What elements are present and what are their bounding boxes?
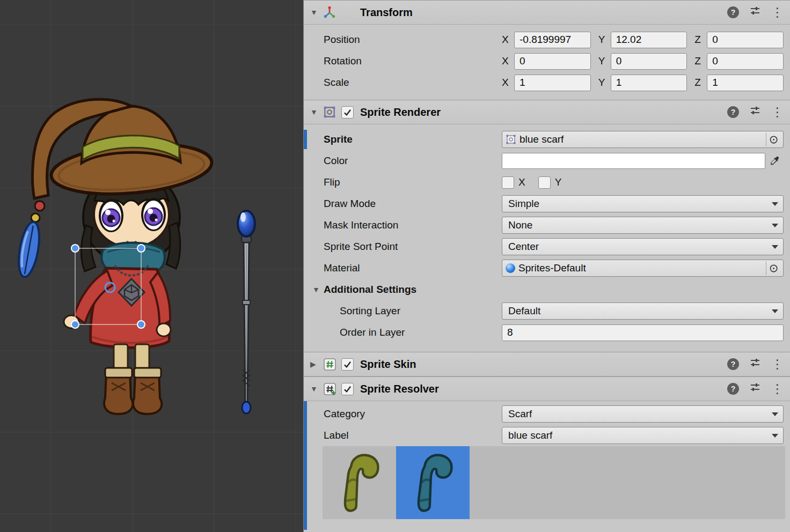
transform-body: Position X-0.8199997 Y12.02 Z0 Rotation … bbox=[304, 25, 790, 100]
preset-icon[interactable] bbox=[750, 6, 760, 19]
scale-y-field[interactable]: 1 bbox=[611, 75, 687, 91]
axis-x-label: X bbox=[502, 55, 514, 67]
object-picker-icon[interactable]: ⊙ bbox=[766, 261, 781, 275]
scale-row: Scale X1 Y1 Z1 bbox=[304, 72, 790, 93]
order-in-layer-field[interactable]: 8 bbox=[502, 324, 784, 341]
selection-handle-top-right[interactable] bbox=[137, 245, 145, 252]
sprite-skin-header[interactable]: ▶ Sprite Skin ? ⋮ bbox=[304, 352, 790, 376]
position-y-field[interactable]: 12.02 bbox=[611, 32, 687, 48]
foldout-open-icon[interactable]: ▼ bbox=[310, 8, 322, 17]
green-scarf-thumbnail bbox=[331, 449, 388, 516]
material-label: Material bbox=[324, 262, 502, 274]
kebab-menu-icon[interactable]: ⋮ bbox=[771, 6, 782, 19]
transform-header[interactable]: ▼ Transform ? ⋮ bbox=[304, 0, 790, 25]
dropdown-value: None bbox=[508, 219, 532, 231]
foldout-open-icon[interactable]: ▼ bbox=[310, 108, 322, 116]
additional-settings-row[interactable]: ▼ Additional Settings bbox=[304, 279, 790, 300]
flip-x-checkbox[interactable] bbox=[502, 176, 514, 189]
material-icon bbox=[506, 263, 515, 273]
sprite-renderer-header[interactable]: ▼ Sprite Renderer ? ⋮ bbox=[304, 100, 790, 124]
character-sprite[interactable] bbox=[15, 99, 214, 414]
position-label: Position bbox=[324, 34, 502, 46]
sprite-object-field[interactable]: blue scarf ⊙ bbox=[502, 131, 784, 148]
foldout-open-icon[interactable]: ▼ bbox=[312, 285, 324, 294]
unity-editor: ▼ Transform ? ⋮ Position bbox=[0, 0, 790, 532]
sprite-resolver-body: Category Scarf Label blue scarf bbox=[304, 401, 790, 519]
sprite-renderer-body: Sprite blue scarf ⊙ bbox=[304, 124, 790, 352]
object-picker-icon[interactable]: ⊙ bbox=[766, 132, 781, 146]
dropdown-arrow-icon bbox=[772, 245, 778, 252]
selection-handle-bottom-left[interactable] bbox=[71, 321, 79, 328]
preset-icon[interactable] bbox=[750, 358, 760, 371]
flip-label: Flip bbox=[324, 176, 502, 188]
foldout-closed-icon[interactable]: ▶ bbox=[310, 360, 322, 368]
help-icon[interactable]: ? bbox=[727, 358, 739, 370]
material-value: Sprites-Default bbox=[515, 262, 766, 274]
dropdown-arrow-icon bbox=[772, 309, 778, 316]
mask-interaction-label: Mask Interaction bbox=[324, 219, 502, 231]
category-dropdown[interactable]: Scarf bbox=[502, 405, 784, 423]
component-enabled-checkbox[interactable] bbox=[341, 383, 354, 395]
sprite-variant-green-scarf[interactable] bbox=[323, 446, 396, 519]
scene-view[interactable] bbox=[0, 0, 303, 532]
flip-y-label: Y bbox=[555, 176, 562, 188]
kebab-menu-icon[interactable]: ⋮ bbox=[771, 383, 782, 395]
rotation-label: Rotation bbox=[324, 55, 502, 67]
scale-x-field[interactable]: 1 bbox=[514, 75, 591, 91]
component-enabled-checkbox[interactable] bbox=[341, 106, 354, 119]
dropdown-value: Center bbox=[508, 241, 539, 253]
rotation-y-field[interactable]: 0 bbox=[611, 53, 687, 70]
help-icon[interactable]: ? bbox=[727, 383, 739, 395]
sprite-variant-blue-scarf[interactable] bbox=[396, 446, 470, 519]
kebab-menu-icon[interactable]: ⋮ bbox=[771, 358, 782, 371]
sorting-layer-dropdown[interactable]: Default bbox=[502, 302, 784, 320]
dropdown-arrow-icon bbox=[772, 434, 778, 441]
color-swatch[interactable] bbox=[502, 153, 765, 169]
prefab-override-bar bbox=[304, 401, 307, 530]
help-icon[interactable]: ? bbox=[727, 6, 739, 18]
rotation-z-field[interactable]: 0 bbox=[707, 53, 784, 70]
flip-x-label: X bbox=[518, 176, 525, 188]
foldout-open-icon[interactable]: ▼ bbox=[310, 385, 322, 393]
color-label: Color bbox=[324, 155, 502, 167]
blue-scarf-thumbnail bbox=[405, 449, 462, 516]
sprite-skin-icon bbox=[322, 357, 337, 372]
kebab-menu-icon[interactable]: ⋮ bbox=[771, 106, 782, 119]
label-dropdown[interactable]: blue scarf bbox=[502, 427, 784, 444]
eyedropper-icon[interactable] bbox=[765, 153, 784, 169]
component-enabled-checkbox[interactable] bbox=[341, 358, 354, 371]
order-in-layer-row: Order in Layer 8 bbox=[304, 322, 790, 343]
selection-handle-top-left[interactable] bbox=[71, 245, 79, 252]
position-x-field[interactable]: -0.8199997 bbox=[514, 32, 591, 48]
draw-mode-dropdown[interactable]: Simple bbox=[502, 195, 784, 212]
axis-x-label: X bbox=[502, 77, 514, 88]
staff-sprite[interactable] bbox=[238, 211, 255, 413]
sprite-sort-point-row: Sprite Sort Point Center bbox=[304, 236, 790, 257]
flip-row: Flip X Y bbox=[304, 172, 790, 193]
material-object-field[interactable]: Sprites-Default ⊙ bbox=[502, 260, 784, 277]
axis-y-label: Y bbox=[598, 34, 611, 46]
sorting-layer-label: Sorting Layer bbox=[340, 305, 502, 317]
scene-canvas[interactable] bbox=[0, 0, 303, 532]
help-icon[interactable]: ? bbox=[727, 106, 739, 118]
order-in-layer-label: Order in Layer bbox=[340, 327, 502, 338]
preset-icon[interactable] bbox=[750, 382, 760, 396]
dropdown-arrow-icon bbox=[772, 224, 778, 231]
sprite-sort-point-dropdown[interactable]: Center bbox=[502, 238, 784, 255]
scale-z-field[interactable]: 1 bbox=[707, 75, 784, 91]
label-row: Label blue scarf bbox=[304, 425, 790, 446]
rotation-x-field[interactable]: 0 bbox=[514, 53, 591, 70]
material-row: Material Sprites-Default ⊙ bbox=[304, 257, 790, 279]
sprite-row: Sprite blue scarf ⊙ bbox=[304, 129, 790, 150]
position-z-field[interactable]: 0 bbox=[707, 32, 784, 48]
sprite-resolver-header[interactable]: ▼ Sprite Resolver ? ⋮ bbox=[304, 376, 790, 401]
label-label: Label bbox=[324, 430, 502, 441]
mask-interaction-dropdown[interactable]: None bbox=[502, 217, 784, 234]
preset-icon[interactable] bbox=[750, 106, 760, 119]
dropdown-value: Default bbox=[508, 305, 540, 317]
flip-y-checkbox[interactable] bbox=[538, 176, 551, 189]
color-row: Color bbox=[304, 150, 790, 172]
inspector-panel: ▼ Transform ? ⋮ Position bbox=[303, 0, 790, 532]
selection-handle-bottom-right[interactable] bbox=[137, 321, 145, 328]
position-row: Position X-0.8199997 Y12.02 Z0 bbox=[304, 29, 790, 50]
